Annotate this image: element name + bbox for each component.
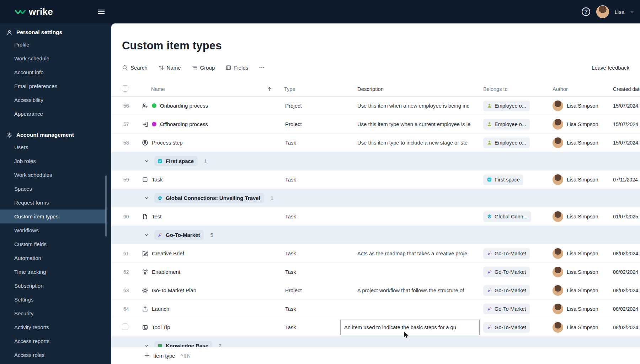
column-header-name[interactable]: Name	[151, 86, 165, 92]
sidebar-item-settings[interactable]: Settings	[0, 293, 106, 306]
type-cell[interactable]: Task	[284, 213, 355, 219]
sidebar-item-appearance[interactable]: Appearance	[0, 107, 106, 121]
sidebar-item-custom-item-types[interactable]: Custom item types	[0, 210, 106, 223]
description-cell[interactable]: Use this item when a new employee is bei…	[355, 103, 483, 109]
belongs-badge[interactable]: Employee o...	[483, 100, 530, 111]
type-cell[interactable]: Project	[284, 121, 355, 127]
user-name[interactable]: Lisa	[614, 9, 624, 15]
sidebar-item-activity-reports[interactable]: Activity reports	[0, 320, 106, 334]
sidebar-item-time-tracking[interactable]: Time tracking	[0, 265, 106, 279]
belongs-badge[interactable]: Go-To-Market	[483, 322, 530, 333]
name-cell[interactable]: Task	[142, 176, 284, 183]
fields-button[interactable]: Fields	[225, 65, 248, 71]
table-row[interactable]: 59 Task Task First space Lisa Simpson 07…	[111, 170, 640, 189]
belongs-badge[interactable]: First space	[483, 174, 523, 185]
more-button[interactable]	[259, 65, 265, 71]
name-cell[interactable]: Creative Brief	[142, 250, 284, 257]
name-cell[interactable]: Process step	[142, 140, 284, 146]
sidebar-item-work-schedules[interactable]: Work schedules	[0, 168, 106, 182]
sidebar-item-security[interactable]: Security	[0, 306, 106, 320]
chevron-down-icon[interactable]	[144, 232, 149, 238]
sidebar-item-request-forms[interactable]: Request forms	[0, 196, 106, 210]
type-cell[interactable]: Task	[284, 250, 355, 256]
sidebar-scrollbar[interactable]	[105, 175, 107, 237]
belongs-badge[interactable]: Go-To-Market	[483, 285, 530, 296]
name-cell[interactable]: Launch	[142, 306, 284, 312]
table-row[interactable]: 60 Test Task Global Conn... Lisa Simpson…	[111, 207, 640, 226]
table-row[interactable]: 61 Creative Brief Task Acts as the roadm…	[111, 244, 640, 263]
sidebar-item-accessibility[interactable]: Accessibility	[0, 93, 106, 107]
type-cell[interactable]: Task	[284, 176, 355, 183]
column-header-belongs-to[interactable]: Belongs to	[483, 86, 553, 92]
sidebar-item-work-schedule[interactable]: Work schedule	[0, 51, 106, 65]
name-cell[interactable]: Enablement	[142, 269, 284, 275]
chevron-down-icon[interactable]	[144, 195, 149, 201]
sidebar-item-access-roles[interactable]: Access roles	[0, 348, 106, 362]
toolbar: Search Name Group Fields Leave feedback	[122, 63, 629, 72]
name-cell[interactable]: Go-To Market Plan	[142, 287, 284, 294]
description-cell[interactable]: Use this item type to include a new stag…	[355, 140, 483, 146]
table-row[interactable]: 57 Offboarding process Project Use this …	[111, 115, 640, 134]
sidebar-item-automation[interactable]: Automation	[0, 251, 106, 265]
wrike-logo[interactable]: wrike	[0, 6, 53, 17]
sidebar-item-workflows[interactable]: Workflows	[0, 223, 106, 237]
sidebar-item-custom-fields[interactable]: Custom fields	[0, 237, 106, 251]
sidebar-item-access-reports[interactable]: Access reports	[0, 334, 106, 348]
description-cell[interactable]: Acts as the roadmap that takes a creativ…	[355, 251, 483, 256]
type-cell[interactable]: Task	[284, 306, 355, 312]
column-header-type[interactable]: Type	[284, 86, 355, 92]
group-row-first-space[interactable]: First space 1	[111, 152, 640, 170]
belongs-badge[interactable]: Employee o...	[483, 137, 530, 148]
belongs-badge[interactable]: Go-To-Market	[483, 267, 530, 277]
column-header-description[interactable]: Description	[355, 86, 483, 92]
chevron-down-icon[interactable]	[630, 10, 634, 14]
sidebar-item-profile[interactable]: Profile	[0, 38, 106, 51]
name-cell[interactable]: Tool Tip	[142, 324, 284, 331]
name-cell[interactable]: Offboarding process	[142, 121, 284, 127]
sort-button[interactable]: Name	[158, 65, 181, 71]
sidebar-item-account-info[interactable]: Account info	[0, 65, 106, 79]
chevron-down-icon[interactable]	[144, 158, 149, 164]
leave-feedback-link[interactable]: Leave feedback	[592, 65, 629, 71]
sidebar-item-subscription[interactable]: Subscription	[0, 279, 106, 293]
add-item-type-button[interactable]: Item type	[153, 353, 175, 359]
row-checkbox[interactable]	[122, 324, 128, 330]
belongs-badge[interactable]: Go-To-Market	[483, 248, 530, 259]
group-row-go-to-market[interactable]: Go-To-Market 5	[111, 226, 640, 244]
sidebar-item-users[interactable]: Users	[0, 140, 106, 154]
table-row[interactable]: Tool Tip Task An item used to indicate t…	[111, 318, 640, 337]
group-row-global-connections-unveiling-travel[interactable]: Global Connections: Unveiling Travel 1	[111, 189, 640, 207]
table-row[interactable]: 62 Enablement Task Go-To-Market Lisa Sim…	[111, 263, 640, 281]
belongs-badge[interactable]: Employee o...	[483, 119, 530, 130]
sidebar-item-job-roles[interactable]: Job roles	[0, 154, 106, 168]
table-row[interactable]: 63 Go-To Market Plan Project A project w…	[111, 281, 640, 300]
description-cell[interactable]: A project workflow that follows the stru…	[355, 288, 483, 293]
name-cell[interactable]: Onboarding process	[142, 103, 284, 109]
search-button[interactable]: Search	[122, 65, 148, 71]
group-chip[interactable]: First space	[154, 156, 198, 166]
column-header-author[interactable]: Author	[553, 86, 613, 92]
belongs-badge[interactable]: Go-To-Market	[483, 304, 530, 314]
description-edit-cell[interactable]: An item used to indicate the basic steps…	[340, 320, 480, 335]
name-cell[interactable]: Test	[142, 213, 284, 220]
select-all-checkbox[interactable]	[122, 85, 128, 92]
type-cell[interactable]: Project	[284, 287, 355, 293]
group-chip[interactable]: Global Connections: Unveiling Travel	[154, 193, 264, 203]
description-cell[interactable]: Use this item type when a current employ…	[355, 121, 483, 127]
sort-asc-icon[interactable]	[267, 86, 272, 92]
help-icon[interactable]: ?	[581, 7, 591, 17]
sidebar-item-email-preferences[interactable]: Email preferences	[0, 79, 106, 93]
table-row[interactable]: 64 Launch Task Go-To-Market Lisa Simpson…	[111, 300, 640, 318]
table-row[interactable]: 56 Onboarding process Project Use this i…	[111, 97, 640, 115]
column-header-created-date[interactable]: Created date	[613, 86, 640, 92]
sidebar-item-spaces[interactable]: Spaces	[0, 182, 106, 196]
type-cell[interactable]: Project	[284, 103, 355, 109]
menu-icon[interactable]	[97, 8, 105, 16]
type-cell[interactable]: Task	[284, 269, 355, 275]
type-cell[interactable]: Task	[284, 140, 355, 146]
user-avatar[interactable]	[596, 5, 609, 18]
belongs-badge[interactable]: Global Conn...	[483, 211, 531, 222]
group-button[interactable]: Group	[192, 65, 215, 71]
group-chip[interactable]: Go-To-Market	[154, 230, 204, 240]
table-row[interactable]: 58 Process step Task Use this item type …	[111, 134, 640, 152]
